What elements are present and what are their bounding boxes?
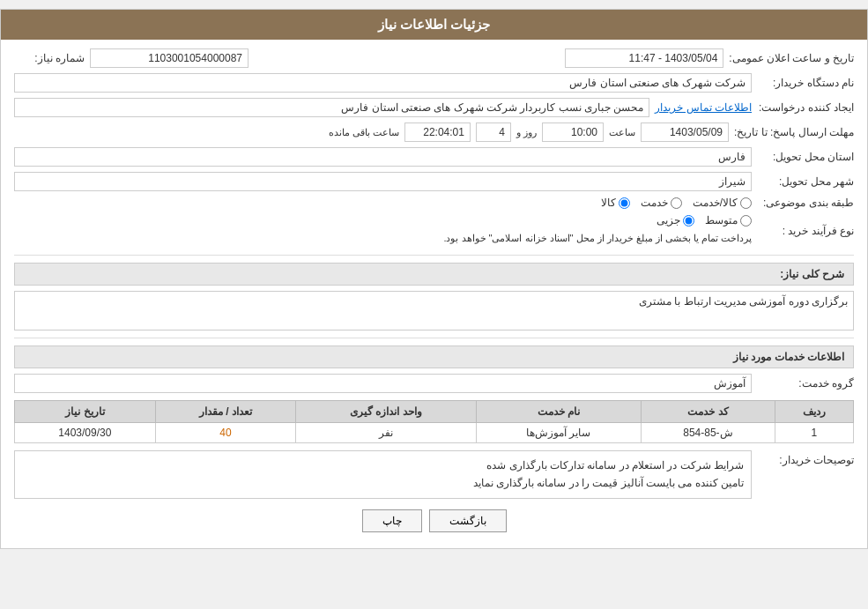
- buyer-notes-box: شرایط شرکت در استعلام در سامانه تدارکات …: [14, 450, 752, 499]
- creator-value: محسن جباری نسب کاربردار شرکت شهرک های صن…: [14, 98, 649, 117]
- category-radio-group: کالا/خدمت خدمت کالا: [14, 197, 752, 209]
- purchase-org-label: نام دستگاه خریدار:: [757, 77, 854, 89]
- announce-label: تاریخ و ساعت اعلان عمومی:: [729, 52, 854, 64]
- process-note: پرداخت تمام یا بخشی از مبلغ خریدار از مح…: [14, 230, 752, 248]
- table-row: 1 ش-85-854 سایر آموزش‌ها نفر 40 1403/09/…: [15, 422, 854, 442]
- id-value: 1103001054000087: [90, 48, 249, 68]
- description-section-header: شرح کلی نیاز:: [14, 263, 854, 286]
- category-radio-3[interactable]: [740, 197, 752, 209]
- cell-unit: نفر: [296, 422, 476, 442]
- deadline-time-label: ساعت: [609, 127, 635, 138]
- col-id: ردیف: [775, 400, 853, 422]
- col-unit: واحد اندازه گیری: [296, 400, 476, 422]
- deadline-row: مهلت ارسال پاسخ: تا تاریخ: 1403/05/09 سا…: [14, 123, 854, 142]
- process-row: نوع فرآیند خرید : متوسط جزیی پرداخت تمام…: [14, 214, 854, 248]
- process-label-2: متوسط: [705, 214, 738, 227]
- purchase-org-value: شرکت شهرک های صنعتی استان فارس: [14, 73, 752, 93]
- category-radio-2[interactable]: [671, 197, 682, 209]
- province-row: استان محل تحویل: فارس: [14, 147, 854, 167]
- deadline-remaining: 22:04:01: [404, 123, 471, 142]
- content-area: تاریخ و ساعت اعلان عمومی: 1403/05/04 - 1…: [1, 40, 867, 548]
- process-radio-2[interactable]: [740, 215, 752, 227]
- buyer-notes-line1: شرایط شرکت در استعلام در سامانه تدارکات …: [22, 457, 744, 474]
- announce-value: 1403/05/04 - 11:47: [565, 48, 723, 68]
- back-button[interactable]: بازگشت: [429, 509, 507, 532]
- deadline-time: 10:00: [542, 123, 604, 142]
- service-group-value: آموزش: [14, 374, 752, 393]
- category-row: طبقه بندی موضوعی: کالا/خدمت خدمت کالا: [14, 197, 854, 209]
- category-label-3: کالا/خدمت: [693, 197, 738, 209]
- province-value: فارس: [14, 147, 752, 167]
- deadline-label: مهلت ارسال پاسخ: تا تاریخ:: [734, 126, 854, 138]
- buyer-notes-row: توصیحات خریدار: شرایط شرکت در استعلام در…: [14, 450, 854, 499]
- process-radio-1[interactable]: [683, 215, 694, 227]
- header-row: تاریخ و ساعت اعلان عمومی: 1403/05/04 - 1…: [14, 48, 854, 68]
- cell-qty: 40: [155, 422, 296, 442]
- category-label: طبقه بندی موضوعی:: [757, 197, 854, 209]
- cell-id: 1: [775, 422, 853, 442]
- buyer-notes-label: توصیحات خریدار:: [757, 450, 854, 466]
- cell-code: ش-85-854: [641, 422, 775, 442]
- creator-link[interactable]: اطلاعات تماس خریدار: [655, 101, 752, 114]
- id-label: شماره نیاز:: [14, 52, 85, 64]
- creator-row: ایجاد کننده درخواست: اطلاعات تماس خریدار…: [14, 98, 854, 117]
- description-box: برگزاری دوره آموزشی مدیریت ارتباط با مشت…: [14, 291, 854, 330]
- process-option-1: جزیی: [657, 214, 694, 227]
- city-value: شیراز: [14, 172, 752, 191]
- category-label-2: خدمت: [641, 197, 668, 209]
- process-label-1: جزیی: [657, 214, 680, 227]
- purchase-org-row: نام دستگاه خریدار: شرکت شهرک های صنعتی ا…: [14, 73, 854, 93]
- city-row: شهر محل تحویل: شیراز: [14, 172, 854, 191]
- category-option-2: خدمت: [641, 197, 682, 209]
- col-qty: تعداد / مقدار: [155, 400, 296, 422]
- col-code: کد خدمت: [641, 400, 775, 422]
- cell-date: 1403/09/30: [15, 422, 156, 442]
- cell-name: سایر آموزش‌ها: [476, 422, 641, 442]
- process-radio-group: متوسط جزیی: [14, 214, 752, 227]
- services-table: ردیف کد خدمت نام خدمت واحد اندازه گیری ت…: [14, 400, 854, 443]
- col-name: نام خدمت: [476, 400, 641, 422]
- button-row: بازگشت چاپ: [14, 509, 854, 532]
- buyer-notes-line2: تامین کننده می بایست آنالیز قیمت را در س…: [22, 474, 744, 492]
- deadline-date: 1403/05/09: [641, 123, 729, 142]
- category-label-1: کالا: [601, 197, 616, 209]
- service-group-label: گروه خدمت:: [757, 377, 854, 390]
- table-header-row: ردیف کد خدمت نام خدمت واحد اندازه گیری ت…: [15, 400, 854, 422]
- city-label: شهر محل تحویل:: [757, 175, 854, 188]
- creator-label: ایجاد کننده درخواست:: [757, 101, 854, 114]
- service-group-row: گروه خدمت: آموزش: [14, 374, 854, 393]
- services-section-header: اطلاعات خدمات مورد نیاز: [14, 345, 854, 368]
- process-label: نوع فرآیند خرید :: [757, 225, 854, 237]
- deadline-days-label: روز و: [516, 127, 537, 138]
- col-date: تاریخ نیاز: [15, 400, 156, 422]
- process-option-2: متوسط: [705, 214, 752, 227]
- deadline-days: 4: [476, 123, 511, 142]
- services-table-section: ردیف کد خدمت نام خدمت واحد اندازه گیری ت…: [14, 400, 854, 443]
- category-option-3: کالا/خدمت: [693, 197, 752, 209]
- category-radio-1[interactable]: [619, 197, 630, 209]
- print-button[interactable]: چاپ: [362, 509, 422, 532]
- category-option-1: کالا: [601, 197, 630, 209]
- province-label: استان محل تحویل:: [757, 151, 854, 163]
- page-wrapper: جزئیات اطلاعات نیاز تاریخ و ساعت اعلان ع…: [0, 9, 868, 549]
- deadline-remaining-label: ساعت باقی مانده: [329, 127, 399, 138]
- page-title: جزئیات اطلاعات نیاز: [1, 10, 867, 40]
